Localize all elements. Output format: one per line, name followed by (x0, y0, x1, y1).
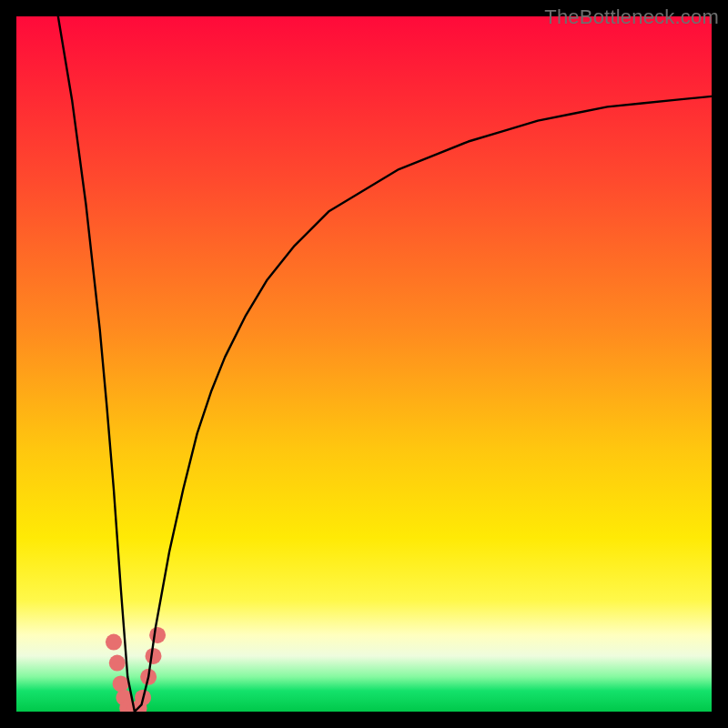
highlight-dot (106, 634, 122, 651)
highlight-dot (113, 675, 129, 692)
highlight-dot (109, 655, 126, 672)
chart-frame: TheBottleneck.com (0, 0, 728, 728)
plot-area (16, 16, 712, 712)
highlight-dot (149, 627, 166, 643)
highlight-markers (106, 627, 166, 712)
curve-layer (16, 16, 712, 712)
bottleneck-curve (58, 16, 712, 712)
